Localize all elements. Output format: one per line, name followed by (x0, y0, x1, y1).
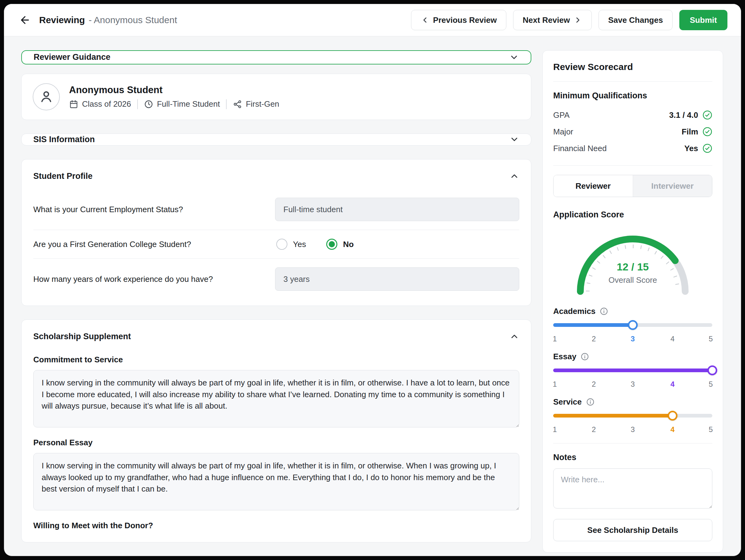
academics-slider[interactable] (553, 320, 712, 330)
page-title-main: Reviewing (39, 15, 85, 25)
employment-status-input[interactable] (275, 198, 519, 221)
tick-label: 4 (670, 335, 674, 343)
slider-handle[interactable] (668, 411, 677, 421)
tab-reviewer[interactable]: Reviewer (553, 175, 633, 197)
class-of-item: Class of 2026 (69, 99, 131, 109)
notes-textarea[interactable] (553, 468, 712, 508)
app-window: Reviewing - Anonymous Student Previous R… (4, 4, 741, 556)
calendar-icon (69, 100, 78, 109)
avatar (33, 83, 60, 110)
student-info: Anonymous Student Class of 2026 Full-Tim… (69, 85, 280, 109)
slider-header: Service (553, 397, 712, 407)
student-profile-title: Student Profile (33, 171, 93, 181)
enrollment-label: Full-Time Student (157, 99, 220, 109)
radio-option-yes[interactable]: Yes (276, 239, 306, 250)
overall-score-label: Overall Score (566, 275, 699, 285)
student-profile-panel: Student Profile What is your Current Emp… (21, 159, 531, 306)
slider-handle[interactable] (707, 365, 717, 375)
first-gen-icon (233, 100, 242, 109)
qualification-row-financial-need: Financial Need Yes (553, 140, 712, 157)
work-experience-row: How many years of work experience do you… (33, 258, 519, 299)
scorecard-sidebar: Review Scorecard Minimum Qualifications … (542, 50, 723, 556)
student-profile-header[interactable]: Student Profile (33, 163, 519, 189)
info-icon[interactable] (586, 398, 594, 406)
first-generation-radio-group: Yes No (275, 239, 519, 250)
page-title-subtitle: - Anonymous Student (89, 15, 177, 25)
chevron-up-icon[interactable] (510, 171, 519, 181)
minimum-qualifications-title: Minimum Qualifications (553, 91, 712, 101)
back-arrow-icon[interactable] (18, 13, 32, 28)
review-scorecard-card: Review Scorecard Minimum Qualifications … (542, 50, 723, 553)
qualification-row-gpa: GPA 3.1 / 4.0 (553, 107, 712, 123)
qualification-label: Financial Need (553, 144, 607, 153)
divider (553, 443, 712, 443)
tick-label: 1 (553, 335, 557, 343)
clock-icon (144, 100, 153, 109)
tick-label: 1 (553, 425, 557, 434)
qualification-row-major: Major Film (553, 123, 712, 140)
info-icon[interactable] (581, 353, 589, 361)
application-score-title: Application Score (553, 210, 712, 220)
tick-label: 2 (592, 425, 596, 434)
review-column: Reviewer Guidance Anonymous Student Clas… (21, 50, 531, 556)
submit-button[interactable]: Submit (679, 10, 727, 30)
person-icon (38, 89, 54, 105)
work-experience-input[interactable] (275, 267, 519, 291)
qualification-value-group: Film (682, 127, 712, 137)
chevron-up-icon[interactable] (510, 331, 519, 341)
service-slider[interactable] (553, 410, 712, 421)
radio-yes[interactable] (276, 239, 287, 250)
chevron-left-icon (421, 16, 429, 24)
personal-essay-textarea[interactable]: I know serving in the community will alw… (33, 453, 519, 510)
score-gauge: 12 / 15 Overall Score (566, 222, 699, 298)
tick-label: 5 (709, 380, 713, 389)
tick-label: 4 (670, 380, 674, 389)
slider-handle[interactable] (628, 320, 638, 330)
radio-option-no[interactable]: No (326, 239, 354, 250)
save-changes-button[interactable]: Save Changes (598, 10, 673, 30)
next-review-button[interactable]: Next Review (513, 10, 592, 30)
employment-status-control (275, 198, 519, 221)
qualification-value: Yes (684, 144, 698, 153)
academics-slider-block: Academics 12345 (553, 306, 712, 344)
info-icon[interactable] (600, 307, 608, 316)
previous-review-label: Previous Review (433, 15, 497, 25)
check-circle-icon (703, 143, 712, 153)
qualification-value-group: 3.1 / 4.0 (669, 110, 712, 120)
divider (553, 165, 712, 166)
tick-label: 2 (592, 335, 596, 343)
service-slider-label: Service (553, 397, 582, 407)
reviewer-guidance-panel[interactable]: Reviewer Guidance (21, 50, 531, 64)
notes-title: Notes (553, 453, 712, 462)
sis-information-title: SIS Information (33, 135, 95, 144)
check-circle-icon (703, 127, 712, 137)
qualification-value: 3.1 / 4.0 (669, 110, 698, 120)
radio-yes-label: Yes (293, 240, 306, 249)
see-scholarship-details-button[interactable]: See Scholarship Details (553, 519, 712, 541)
commitment-to-service-textarea[interactable]: I know serving in the community will alw… (33, 370, 519, 427)
essay-slider-label: Essay (553, 352, 576, 361)
tick-label: 1 (553, 380, 557, 389)
header-bar: Reviewing - Anonymous Student Previous R… (4, 4, 741, 36)
qualification-label: GPA (553, 110, 570, 120)
slider-fill (553, 414, 673, 418)
previous-review-button[interactable]: Previous Review (411, 10, 506, 30)
service-slider-block: Service 12345 (553, 397, 712, 434)
tab-interviewer[interactable]: Interviewer (633, 175, 712, 197)
chevron-down-icon[interactable] (509, 53, 519, 62)
commitment-to-service-label: Commitment to Service (33, 355, 519, 364)
tick-label: 3 (630, 335, 635, 343)
role-tabs: Reviewer Interviewer (553, 175, 712, 197)
radio-no[interactable] (326, 239, 337, 250)
essay-slider[interactable] (553, 365, 712, 375)
meta-separator (226, 99, 227, 109)
slider-header: Essay (553, 352, 712, 361)
gauge-svg (566, 222, 699, 298)
tick-label: 3 (630, 380, 635, 389)
scholarship-supplement-header[interactable]: Scholarship Supplement (33, 324, 519, 350)
check-circle-icon (703, 110, 712, 120)
sis-information-panel[interactable]: SIS Information (21, 134, 531, 145)
gauge-center: 12 / 15 Overall Score (566, 261, 699, 285)
enrollment-item: Full-Time Student (144, 99, 220, 109)
chevron-down-icon[interactable] (510, 134, 519, 144)
